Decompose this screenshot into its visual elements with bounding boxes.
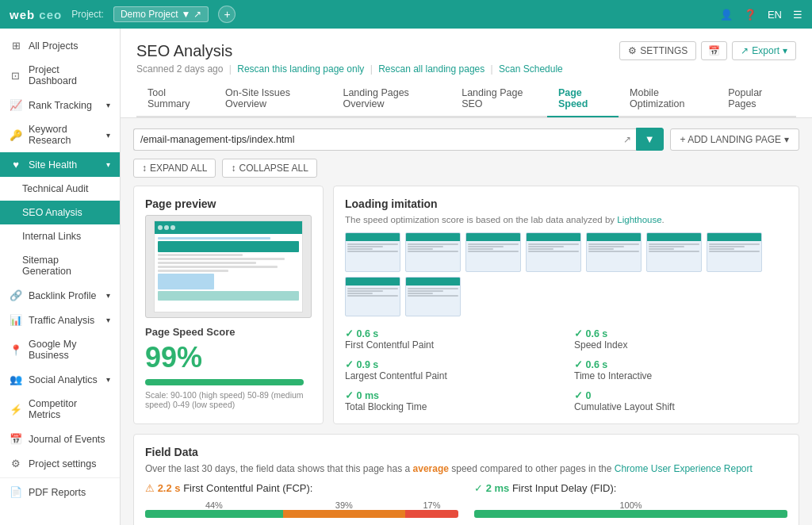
metric-fcp-label: First Contentful Paint bbox=[345, 339, 558, 351]
loading-thumb-1 bbox=[345, 232, 400, 272]
key-icon: 🔑 bbox=[10, 129, 22, 141]
sidebar-item-internal-links[interactable]: Internal Links bbox=[0, 224, 120, 248]
tab-popular-pages[interactable]: Popular Pages bbox=[717, 81, 796, 117]
tab-mobile-optimization[interactable]: Mobile Optimization bbox=[619, 81, 717, 117]
average-speed-label: average bbox=[413, 463, 449, 474]
users-icon[interactable]: 👤 bbox=[720, 9, 733, 21]
preview-line bbox=[158, 262, 256, 264]
preview-header-bar bbox=[158, 241, 298, 252]
add-landing-page-button[interactable]: + ADD LANDING PAGE ▾ bbox=[670, 128, 799, 151]
page-actions: ⚙ SETTINGS 📅 ↗ Export ▾ bbox=[619, 41, 796, 60]
add-project-button[interactable]: + bbox=[218, 6, 236, 23]
settings-gear-icon: ⚙ bbox=[628, 45, 637, 56]
sidebar-item-site-health[interactable]: ♥ Site Health ▾ bbox=[0, 152, 120, 177]
speed-score-label: Page Speed Score bbox=[145, 326, 312, 338]
sidebar-label: Backlink Profile bbox=[29, 290, 96, 301]
fcp-bar bbox=[145, 510, 458, 518]
tab-page-speed[interactable]: Page Speed bbox=[547, 81, 619, 117]
dashboard-icon: ⊡ bbox=[10, 70, 22, 82]
preview-line bbox=[158, 237, 270, 240]
tab-tool-summary[interactable]: Tool Summary bbox=[136, 81, 214, 117]
help-icon[interactable]: ❓ bbox=[744, 9, 756, 21]
page-title: SEO Analysis bbox=[136, 42, 232, 60]
url-dropdown-button[interactable]: ▼ bbox=[636, 128, 664, 151]
add-landing-chevron: ▾ bbox=[784, 134, 789, 145]
calendar-button[interactable]: 📅 bbox=[701, 41, 727, 60]
sidebar-item-all-projects[interactable]: ⊞ All Projects bbox=[0, 33, 120, 58]
rescan-this-link[interactable]: Rescan this landing page only bbox=[237, 63, 364, 75]
sidebar-item-backlink-profile[interactable]: 🔗 Backlink Profile ▾ bbox=[0, 283, 120, 308]
sidebar-label: Competitor Metrics bbox=[29, 398, 110, 420]
preview-line bbox=[158, 254, 242, 256]
menu-icon[interactable]: ☰ bbox=[793, 9, 802, 21]
sidebar-item-traffic-analysis[interactable]: 📊 Traffic Analysis ▾ bbox=[0, 308, 120, 332]
loading-card-title: Loading imitation bbox=[345, 197, 787, 210]
collapse-all-button[interactable]: ↕ COLLAPSE ALL bbox=[222, 159, 316, 178]
sidebar-item-keyword-research[interactable]: 🔑 Keyword Research ▾ bbox=[0, 117, 120, 152]
tab-landing-pages-overview[interactable]: Landing Pages Overview bbox=[331, 81, 450, 117]
home-icon: ⊞ bbox=[10, 40, 22, 52]
topbar: web ceo Project: Demo Project ▼ ↗ + 👤 ❓ … bbox=[0, 0, 812, 29]
external-link-icon: ↗ bbox=[193, 9, 201, 20]
metric-tbt-value: ✓ 0 ms bbox=[345, 389, 558, 401]
project-name: Demo Project bbox=[121, 9, 178, 20]
sidebar-item-google-my-business[interactable]: 📍 Google My Business bbox=[0, 332, 120, 367]
page-preview-card: Page preview bbox=[133, 186, 324, 424]
loading-thumb-4 bbox=[526, 232, 581, 272]
language-selector[interactable]: EN bbox=[768, 9, 782, 21]
sidebar-label: Traffic Analysis bbox=[29, 315, 94, 326]
fid-label-text: First Input Delay (FID): bbox=[512, 482, 616, 494]
sidebar-item-social-analytics[interactable]: 👥 Social Analytics ▾ bbox=[0, 367, 120, 392]
fcp-pct-green: 44% bbox=[145, 500, 283, 510]
dropdown-icon: ▼ bbox=[182, 9, 191, 20]
field-data-card: Field Data Over the last 30 days, the fi… bbox=[133, 434, 799, 525]
url-input-wrapper: ↗ bbox=[133, 128, 636, 151]
sidebar-item-pdf-reports[interactable]: 📄 PDF Reports bbox=[0, 480, 120, 504]
tab-on-site-issues[interactable]: On-Site Issues Overview bbox=[214, 81, 331, 117]
expand-all-button[interactable]: ↕ EXPAND ALL bbox=[133, 159, 216, 178]
sidebar-item-seo-analysis[interactable]: SEO Analysis bbox=[0, 201, 120, 224]
chevron-icon: ▾ bbox=[106, 291, 110, 300]
metric-si-value: ✓ 0.6 s bbox=[574, 328, 787, 339]
fid-pct-row: 100% bbox=[474, 500, 787, 510]
fcp-bar-red bbox=[405, 510, 458, 518]
project-dropdown[interactable]: Demo Project ▼ ↗ bbox=[113, 6, 209, 22]
metric-tti: ✓ 0.6 s Time to Interactive bbox=[574, 358, 787, 381]
sidebar-item-project-dashboard[interactable]: ⊡ Project Dashboard bbox=[0, 58, 120, 93]
analytics-icon: 📊 bbox=[10, 314, 22, 326]
sidebar-item-sitemap-generation[interactable]: Sitemap Generation bbox=[0, 248, 120, 283]
speed-scale-text: Scale: 90-100 (high speed) 50-89 (medium… bbox=[145, 390, 312, 409]
nav-dot-3 bbox=[170, 225, 175, 230]
url-external-icon[interactable]: ↗ bbox=[623, 134, 631, 145]
loading-thumb-6 bbox=[646, 232, 702, 272]
collapse-icon: ↕ bbox=[231, 163, 236, 174]
export-button[interactable]: ↗ Export ▾ bbox=[732, 41, 796, 60]
calendar-btn-icon: 📅 bbox=[708, 45, 720, 56]
loading-thumb-8 bbox=[345, 277, 400, 316]
settings-button[interactable]: ⚙ SETTINGS bbox=[619, 41, 696, 60]
warning-icon: ⚠ bbox=[145, 482, 155, 494]
preview-thumbnail bbox=[145, 215, 312, 318]
loading-thumb-3 bbox=[465, 232, 521, 272]
sidebar-label: Rank Tracking bbox=[29, 100, 92, 111]
fid-bar bbox=[474, 510, 787, 518]
sidebar-item-technical-audit[interactable]: Technical Audit bbox=[0, 177, 120, 201]
metric-lcp-label: Largest Contentful Paint bbox=[345, 370, 558, 381]
page-header: SEO Analysis ⚙ SETTINGS 📅 ↗ Export ▾ bbox=[121, 29, 812, 118]
expand-icon: ↕ bbox=[142, 163, 147, 174]
tab-landing-page-seo[interactable]: Landing Page SEO bbox=[450, 81, 547, 117]
lighthouse-link[interactable]: Lighthouse bbox=[617, 215, 661, 224]
sidebar-item-project-settings[interactable]: ⚙ Project settings bbox=[0, 451, 120, 476]
sidebar-label: Social Analytics bbox=[29, 374, 98, 385]
sidebar-item-competitor-metrics[interactable]: ⚡ Competitor Metrics bbox=[0, 392, 120, 427]
check-icon: ✓ bbox=[574, 390, 583, 401]
url-input[interactable] bbox=[133, 128, 636, 151]
sidebar-label: PDF Reports bbox=[29, 487, 86, 498]
sidebar-item-journal-of-events[interactable]: 📅 Journal of Events bbox=[0, 427, 120, 451]
rescan-all-link[interactable]: Rescan all landing pages bbox=[378, 63, 485, 75]
chrome-uxr-link[interactable]: Chrome User Experience Report bbox=[615, 463, 753, 474]
sidebar-item-rank-tracking[interactable]: 📈 Rank Tracking ▾ bbox=[0, 93, 120, 117]
loading-imitation-card: Loading imitation The speed optimization… bbox=[333, 186, 799, 424]
scan-schedule-link[interactable]: Scan Schedule bbox=[499, 63, 563, 75]
chevron-icon: ▾ bbox=[106, 316, 110, 324]
